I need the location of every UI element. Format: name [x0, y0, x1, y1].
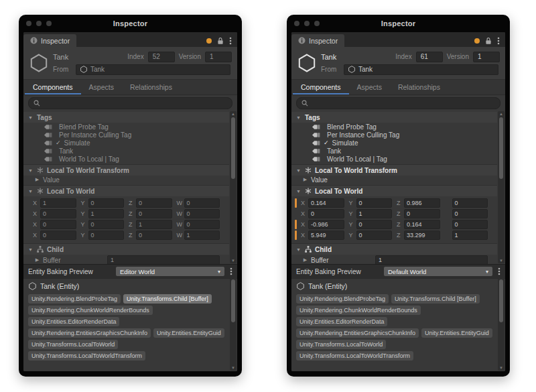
component-chip[interactable]: Unity.Transforms.Child [Buffer] — [391, 294, 480, 304]
search-input[interactable] — [43, 99, 227, 107]
matrix-value-field[interactable]: 0 — [40, 220, 76, 229]
foldout-closed-icon[interactable]: ▶ — [302, 177, 308, 182]
buffer-size-field[interactable]: 1 — [107, 255, 220, 264]
matrix-value-field[interactable]: 0 — [452, 220, 488, 229]
scroll-down-icon[interactable]: ▼ — [231, 365, 235, 371]
scroll-down-icon[interactable]: ▼ — [499, 258, 503, 263]
tag-component-row[interactable]: Blend Probe Tag — [23, 123, 229, 131]
minimize-button[interactable] — [304, 21, 310, 26]
lock-icon[interactable] — [217, 37, 224, 45]
scrollbar-vertical[interactable]: ▲ ▼ — [498, 111, 505, 263]
section-child[interactable]: ▼ Child — [291, 243, 497, 255]
matrix-value-field[interactable]: 0 — [184, 198, 220, 208]
tab-components[interactable]: Components — [25, 80, 81, 94]
matrix-value-field[interactable]: 0.164 — [404, 220, 440, 229]
foldout-open-icon[interactable]: ▼ — [27, 115, 34, 120]
tag-component-row[interactable]: Per Instance Culling Tag — [23, 131, 229, 139]
tag-component-row[interactable]: ✓ Simulate — [291, 139, 497, 147]
component-chip[interactable]: Unity.Rendering.EntitiesGraphicsChunkInf… — [296, 328, 419, 338]
value-foldout-row[interactable]: ▶ Value — [291, 176, 497, 184]
component-chip[interactable]: Unity.Transforms.LocalToWorldTransform — [296, 351, 413, 361]
version-field[interactable]: 1 — [473, 52, 500, 62]
index-field[interactable]: 52 — [148, 52, 175, 62]
kebab-menu-icon[interactable] — [497, 37, 500, 45]
section-local-to-world[interactable]: ▼ Local To World — [291, 185, 497, 196]
tab-components[interactable]: Components — [293, 80, 349, 94]
foldout-closed-icon[interactable]: ▶ — [302, 257, 308, 263]
foldout-open-icon[interactable]: ▼ — [27, 189, 34, 194]
matrix-value-field[interactable]: 1 — [136, 220, 172, 229]
scroll-down-icon[interactable]: ▼ — [499, 365, 503, 371]
from-field[interactable]: Tank — [344, 64, 498, 75]
matrix-value-field[interactable]: 1 — [88, 209, 125, 218]
component-chip[interactable]: Unity.Rendering.BlendProbeTag — [28, 294, 121, 304]
component-chip[interactable]: Unity.Entities.EditorRenderData — [28, 317, 119, 326]
tab-relationships[interactable]: Relationships — [390, 80, 448, 94]
version-field[interactable]: 1 — [205, 52, 232, 62]
scrollbar-thumb[interactable] — [499, 117, 503, 179]
close-button[interactable] — [294, 21, 299, 26]
matrix-value-field[interactable]: 1 — [452, 231, 488, 240]
component-chip[interactable]: Unity.Entities.EditorRenderData — [296, 317, 387, 326]
component-chip[interactable]: Unity.Entities.EntityGuid — [421, 328, 492, 338]
scrollbar-vertical[interactable]: ▼ — [230, 278, 237, 371]
matrix-value-field[interactable]: 0 — [452, 198, 488, 208]
kebab-menu-icon[interactable] — [498, 267, 500, 275]
matrix-value-field[interactable]: 0 — [88, 231, 125, 240]
matrix-value-field[interactable]: 0.986 — [404, 198, 440, 208]
world-dropdown[interactable]: Default World ▾ — [384, 267, 492, 276]
tag-component-row[interactable]: World To Local | Tag — [23, 155, 229, 163]
matrix-value-field[interactable]: 0 — [88, 198, 125, 208]
matrix-value-field[interactable]: -0.986 — [308, 220, 344, 229]
kebab-menu-icon[interactable] — [230, 267, 232, 275]
zoom-button[interactable] — [46, 21, 52, 26]
search-field[interactable] — [296, 97, 500, 109]
buffer-size-field[interactable]: 1 — [375, 255, 488, 264]
component-chip[interactable]: Unity.Rendering.ChunkWorldRenderBounds — [296, 306, 421, 315]
matrix-value-field[interactable]: 0.164 — [308, 198, 344, 208]
scrollbar-thumb[interactable] — [499, 279, 503, 322]
minimize-button[interactable] — [36, 21, 42, 26]
tag-component-row[interactable]: World To Local | Tag — [291, 155, 497, 163]
scrollbar-thumb[interactable] — [231, 117, 235, 179]
baked-entity-row[interactable]: Tank (Entity) — [23, 279, 237, 291]
matrix-value-field[interactable]: 1 — [40, 198, 76, 208]
section-local-to-world-transform[interactable]: ▼ Local To World Transform — [291, 164, 497, 176]
matrix-value-field[interactable]: 0 — [356, 198, 393, 208]
close-button[interactable] — [26, 21, 31, 26]
scroll-up-icon[interactable]: ▲ — [499, 111, 503, 117]
tab-inspector[interactable]: Inspector — [291, 34, 344, 47]
matrix-value-field[interactable]: 0 — [136, 231, 172, 240]
matrix-value-field[interactable]: 0 — [184, 220, 220, 229]
section-local-to-world-transform[interactable]: ▼ Local To World Transform — [23, 164, 229, 176]
world-dropdown[interactable]: Editor World ▾ — [116, 267, 224, 276]
foldout-open-icon[interactable]: ▼ — [295, 247, 302, 252]
matrix-value-field[interactable]: 1 — [356, 209, 393, 218]
search-field[interactable] — [28, 97, 232, 109]
tag-component-row[interactable]: Per Instance Culling Tag — [291, 131, 497, 139]
component-chip[interactable]: Unity.Rendering.ChunkWorldRenderBounds — [28, 306, 153, 315]
kebab-menu-icon[interactable] — [229, 37, 232, 45]
scrollbar-thumb[interactable] — [231, 279, 235, 322]
value-foldout-row[interactable]: ▶ Value — [23, 176, 229, 184]
matrix-value-field[interactable]: 0 — [40, 231, 76, 240]
matrix-value-field[interactable]: 0 — [404, 209, 440, 218]
section-tags[interactable]: ▼ Tags — [291, 112, 497, 123]
component-chip[interactable]: Unity.Transforms.LocalToWorld — [296, 340, 386, 349]
lock-icon[interactable] — [485, 37, 492, 45]
tag-component-row[interactable]: Tank — [23, 147, 229, 155]
scroll-up-icon[interactable]: ▲ — [231, 111, 235, 117]
foldout-closed-icon[interactable]: ▶ — [34, 177, 40, 182]
scrollbar-vertical[interactable]: ▲ ▼ — [230, 111, 237, 263]
window-titlebar[interactable]: Inspector — [19, 15, 242, 32]
zoom-button[interactable] — [314, 21, 320, 26]
component-chip[interactable]: Unity.Transforms.LocalToWorldTransform — [28, 351, 145, 361]
component-chip[interactable]: Unity.Rendering.EntitiesGraphicsChunkInf… — [28, 328, 151, 338]
foldout-open-icon[interactable]: ▼ — [27, 247, 34, 252]
baked-entity-row[interactable]: Tank (Entity) — [291, 279, 505, 291]
component-chip[interactable]: Unity.Rendering.BlendProbeTag — [296, 294, 389, 304]
component-chip[interactable]: Unity.Transforms.Child [Buffer] — [123, 294, 212, 304]
matrix-value-field[interactable]: 0 — [88, 220, 125, 229]
matrix-value-field[interactable]: 0 — [356, 220, 393, 229]
section-child[interactable]: ▼ Child — [23, 243, 229, 255]
